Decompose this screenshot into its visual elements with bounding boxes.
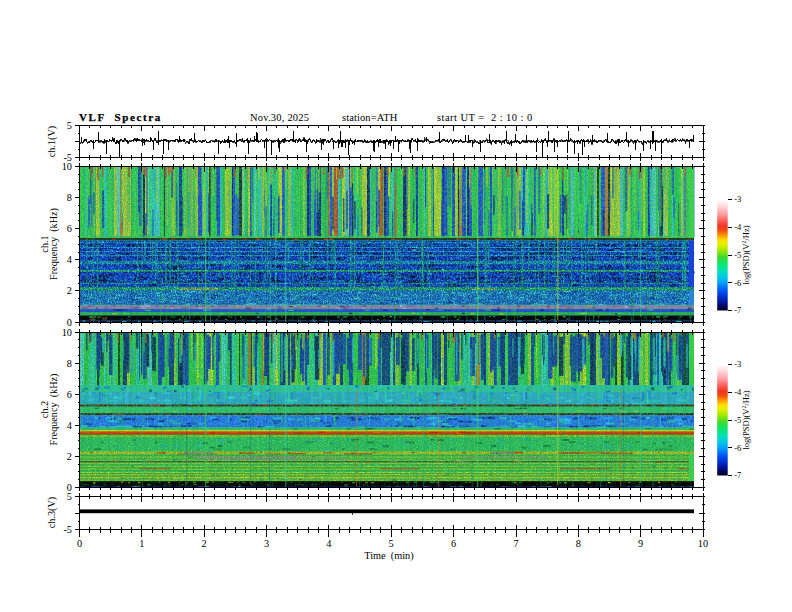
svg-text:-3: -3	[734, 359, 741, 369]
svg-text:-3: -3	[734, 194, 741, 204]
svg-text:-5: -5	[63, 524, 72, 535]
svg-text:3: 3	[264, 538, 269, 549]
svg-text:1: 1	[139, 538, 144, 549]
svg-text:log(PSD)(V2/Hz): log(PSD)(V2/Hz)	[741, 225, 751, 284]
svg-text:0: 0	[77, 538, 82, 549]
svg-text:8: 8	[576, 538, 581, 549]
svg-text:2: 2	[67, 285, 72, 296]
svg-text:6: 6	[451, 538, 456, 549]
svg-text:Nov.30, 2025: Nov.30, 2025	[250, 112, 309, 123]
svg-text:ch.1(V): ch.1(V)	[46, 126, 58, 157]
svg-text:5: 5	[67, 120, 72, 131]
svg-text:6: 6	[67, 223, 72, 234]
svg-text:2: 2	[202, 538, 207, 549]
svg-text:6: 6	[67, 389, 72, 400]
svg-text:10: 10	[62, 327, 72, 338]
svg-text:5: 5	[67, 491, 72, 502]
svg-text:station=ATH: station=ATH	[342, 112, 398, 123]
svg-text:10: 10	[62, 161, 72, 172]
svg-text:8: 8	[67, 358, 72, 369]
svg-text:-7: -7	[734, 305, 741, 315]
svg-text:Frequency (kHz): Frequency (kHz)	[48, 374, 60, 446]
svg-text:8: 8	[67, 192, 72, 203]
svg-text:log(PSD)(V2/Hz): log(PSD)(V2/Hz)	[741, 390, 751, 449]
svg-text:5: 5	[389, 538, 394, 549]
svg-text:Time (min): Time (min)	[364, 550, 413, 562]
svg-text:start UT = 2 : 10 : 0: start UT = 2 : 10 : 0	[437, 112, 533, 123]
svg-text:10: 10	[698, 538, 708, 549]
svg-text:7: 7	[513, 538, 518, 549]
svg-text:VLF Spectra: VLF Spectra	[79, 111, 162, 123]
svg-text:9: 9	[638, 538, 643, 549]
svg-text:4: 4	[326, 538, 331, 549]
svg-text:Frequency (kHz): Frequency (kHz)	[48, 208, 60, 280]
svg-text:-7: -7	[734, 470, 741, 480]
svg-text:2: 2	[67, 451, 72, 462]
svg-text:4: 4	[67, 254, 72, 265]
svg-text:ch.3(V): ch.3(V)	[46, 497, 58, 528]
svg-text:4: 4	[67, 420, 72, 431]
